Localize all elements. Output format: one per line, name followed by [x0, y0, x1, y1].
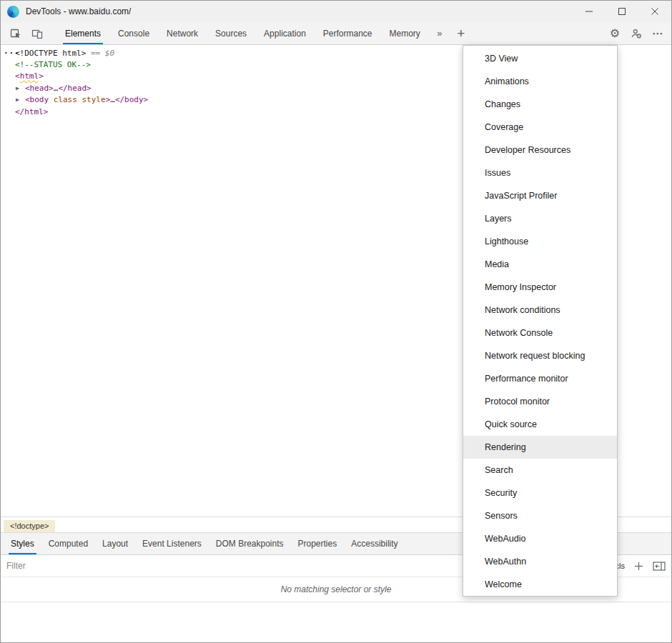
sidebar-panel-icon — [653, 561, 666, 572]
menu-item-developer-resources[interactable]: Developer Resources — [463, 139, 617, 161]
menu-item-3d-view[interactable]: 3D View — [463, 47, 617, 70]
device-toolbar-button[interactable] — [26, 22, 48, 44]
dom-token-tag: <body — [25, 95, 49, 104]
dom-token-tag: < — [15, 71, 20, 81]
dom-token-comment: <!--STATUS OK--> — [15, 60, 91, 69]
menu-item-issues[interactable]: Issues — [463, 161, 617, 184]
minimize-icon — [585, 7, 593, 16]
expand-caret-icon[interactable]: ▶ — [14, 96, 25, 103]
settings-button[interactable]: ⚙ — [604, 22, 626, 44]
edge-logo-icon — [7, 6, 19, 18]
menu-item-network-request-blocking[interactable]: Network request blocking — [463, 344, 617, 367]
dom-token-text: … — [110, 95, 115, 104]
menu-item-webaudio[interactable]: WebAudio — [463, 527, 617, 550]
menu-item-memory-inspector[interactable]: Memory Inspector — [463, 276, 617, 299]
devtools-window: DevTools - www.baidu.com/ — [0, 0, 672, 643]
tab-performance[interactable]: Performance — [315, 22, 381, 44]
menu-item-quick-source[interactable]: Quick source — [463, 413, 617, 436]
tab-network[interactable]: Network — [158, 22, 207, 44]
more-options-icon: ⋯ — [652, 27, 663, 40]
styles-tab-accessibility[interactable]: Accessibility — [344, 533, 405, 554]
plus-icon — [633, 561, 644, 572]
menu-item-security[interactable]: Security — [463, 482, 617, 504]
dom-token-tag: </body> — [115, 95, 148, 104]
toggle-computed-sidebar-button[interactable] — [653, 561, 666, 572]
more-tabs-button[interactable]: » — [429, 22, 450, 44]
styles-tab-dom-breakpoints[interactable]: DOM Breakpoints — [209, 533, 291, 554]
minimize-button[interactable] — [573, 1, 606, 22]
menu-item-network-console[interactable]: Network Console — [463, 322, 617, 344]
styles-tab-computed[interactable]: Computed — [41, 533, 95, 554]
toolbar-right-actions: ⚙ ⋯ — [604, 22, 671, 44]
menu-item-media[interactable]: Media — [463, 253, 617, 276]
dom-token-tag: > — [106, 95, 111, 104]
menu-item-webauthn[interactable]: WebAuthn — [463, 550, 617, 573]
more-tools-button[interactable]: + — [450, 22, 472, 44]
window-title: DevTools - www.baidu.com/ — [26, 6, 131, 16]
window-controls — [573, 1, 671, 22]
menu-item-lighthouse[interactable]: Lighthouse — [463, 230, 617, 253]
new-style-rule-button[interactable] — [633, 561, 644, 572]
person-gear-icon — [631, 28, 642, 39]
close-button[interactable] — [638, 1, 671, 22]
expand-caret-icon[interactable]: ▶ — [14, 85, 25, 91]
menu-item-animations[interactable]: Animations — [463, 70, 617, 93]
maximize-icon — [618, 7, 626, 16]
maximize-button[interactable] — [606, 1, 638, 22]
dom-token-tag: > — [39, 71, 44, 81]
tab-sources[interactable]: Sources — [207, 22, 255, 44]
styles-tab-event-listeners[interactable]: Event Listeners — [135, 533, 209, 554]
dom-token-text: … — [54, 84, 59, 93]
more-tools-menu: 3D ViewAnimationsChangesCoverageDevelope… — [463, 45, 618, 597]
device-toolbar-icon — [31, 28, 43, 39]
menu-item-protocol-monitor[interactable]: Protocol monitor — [463, 390, 617, 413]
menu-item-rendering[interactable]: Rendering — [463, 436, 617, 459]
inspect-element-button[interactable] — [5, 22, 26, 44]
menu-item-layers[interactable]: Layers — [463, 207, 617, 230]
close-icon — [651, 7, 659, 16]
dom-token-tag: html — [20, 71, 39, 81]
menu-item-search[interactable]: Search — [463, 459, 617, 482]
styles-tab-styles[interactable]: Styles — [4, 533, 41, 554]
tab-application[interactable]: Application — [255, 22, 315, 44]
inspect-cursor-icon — [10, 28, 21, 39]
menu-item-performance-monitor[interactable]: Performance monitor — [463, 367, 617, 390]
feedback-button[interactable] — [626, 22, 647, 44]
dom-token-tag: <head> — [25, 84, 54, 93]
dom-token-attr: class — [49, 95, 77, 104]
panel-tabs: ElementsConsoleNetworkSourcesApplication… — [56, 22, 429, 44]
menu-item-network-conditions[interactable]: Network conditions — [463, 299, 617, 322]
menu-item-changes[interactable]: Changes — [463, 93, 617, 116]
styles-tab-layout[interactable]: Layout — [95, 533, 135, 554]
dom-token-tag: </head> — [58, 84, 91, 93]
dom-token-tag: </html> — [15, 107, 48, 116]
menu-item-sensors[interactable]: Sensors — [463, 504, 617, 527]
menu-item-javascript-profiler[interactable]: JavaScript Profiler — [463, 184, 617, 207]
tab-elements[interactable]: Elements — [56, 22, 109, 44]
overflow-dots-icon: ··· — [4, 49, 15, 58]
customize-devtools-button[interactable]: ⋯ — [647, 22, 668, 44]
more-tabs-chevron-icon: » — [437, 28, 442, 39]
menu-item-coverage[interactable]: Coverage — [463, 116, 617, 139]
plus-icon: + — [457, 26, 465, 40]
titlebar: DevTools - www.baidu.com/ — [1, 1, 671, 22]
dom-token-doctype: <!DOCTYPE html> — [15, 49, 86, 58]
breadcrumb-items: <!doctype> — [1, 519, 55, 532]
dom-token-meta: == $0 — [86, 49, 114, 58]
dom-token-attr: style — [77, 95, 106, 104]
tab-memory[interactable]: Memory — [381, 22, 429, 44]
styles-filter-input[interactable] — [6, 561, 192, 571]
gear-icon: ⚙ — [610, 26, 620, 40]
breadcrumb-item[interactable]: <!doctype> — [4, 520, 55, 532]
menu-item-welcome[interactable]: Welcome — [463, 573, 617, 596]
empty-state-message: No matching selector or style — [281, 584, 392, 594]
devtools-toolbar: ElementsConsoleNetworkSourcesApplication… — [1, 22, 671, 45]
styles-tab-properties[interactable]: Properties — [291, 533, 345, 554]
tab-console[interactable]: Console — [109, 22, 158, 44]
